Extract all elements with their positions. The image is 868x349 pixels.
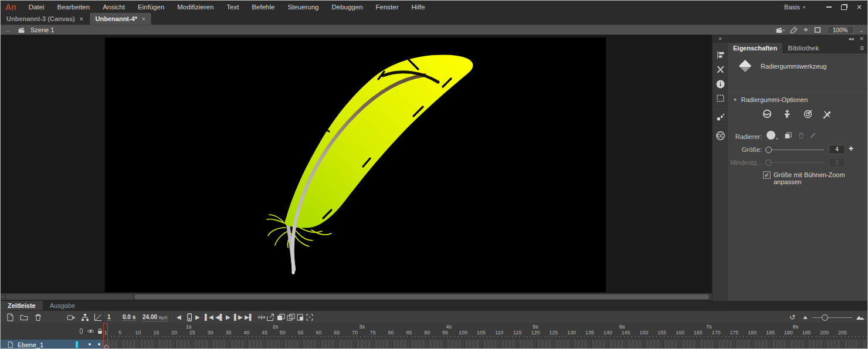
tab-close-icon[interactable]: ×	[80, 16, 83, 22]
menu-debuggen[interactable]: Debuggen	[325, 1, 369, 13]
timeline-zoom-slider-handle[interactable]	[822, 314, 828, 321]
visibility-column-icon[interactable]	[87, 327, 94, 335]
frame-cells[interactable]	[104, 340, 868, 349]
scrollbar-thumb[interactable]	[134, 294, 709, 299]
menu-befehle[interactable]: Befehle	[245, 1, 281, 13]
menu-modifizieren[interactable]: Modifizieren	[171, 1, 220, 13]
eraser-shape-swatch[interactable]	[767, 131, 775, 140]
timeline-ruler[interactable]: 1s2s3s4s5s6s7s8s 15101520253035404550556…	[1, 323, 867, 340]
menu-bearbeiten[interactable]: Bearbeiten	[51, 1, 97, 13]
tool-name: Radiergummiwerkzeug	[761, 63, 827, 70]
groesse-slider-track[interactable]	[768, 150, 824, 150]
layer-lock-dot[interactable]	[98, 343, 100, 345]
onion-skin-outline-icon[interactable]	[286, 313, 296, 322]
stage-zoom-input[interactable]: 100%	[827, 26, 854, 34]
menu-hilfe[interactable]: Hilfe	[405, 1, 432, 13]
delete-brush-icon[interactable]	[797, 131, 805, 140]
shrink-frames-icon[interactable]	[802, 313, 809, 322]
play-icon[interactable]: ▶	[226, 314, 230, 321]
brush-library-panel-icon[interactable]	[716, 112, 725, 122]
new-folder-icon[interactable]	[19, 313, 29, 322]
erase-lines-icon[interactable]	[822, 109, 832, 119]
playhead[interactable]	[103, 323, 108, 349]
menu-datei[interactable]: Datei	[22, 1, 51, 13]
back-arrow-icon[interactable]: ←	[5, 26, 12, 34]
expand-panels-button[interactable]: »	[713, 35, 728, 43]
tab-bibliothek[interactable]: Bibliothek	[782, 43, 824, 53]
eraser-mode-icon[interactable]	[762, 109, 772, 119]
section-collapse-icon[interactable]: ▾	[734, 97, 737, 103]
groesse-value-input[interactable]: 4	[829, 145, 845, 154]
align-panel-icon[interactable]	[716, 50, 725, 60]
camera-icon[interactable]	[66, 313, 76, 322]
document-tab[interactable]: Unbenannt-3 (Canvas)×	[1, 13, 90, 25]
outline-column-icon[interactable]	[77, 327, 85, 335]
panel-close-icon[interactable]: ✕	[859, 36, 864, 42]
layer-depth-icon[interactable]	[93, 313, 103, 322]
tab-eigenschaften[interactable]: Eigenschaften	[728, 43, 782, 53]
loop-range-icon[interactable]	[257, 313, 266, 322]
menu-ansicht[interactable]: Ansicht	[96, 1, 131, 13]
tab-ausgabe[interactable]: Ausgabe	[43, 301, 82, 310]
edit-symbols-icon[interactable]	[790, 26, 798, 34]
minimize-button[interactable]	[822, 2, 836, 12]
fps-value[interactable]: 24.00 BpS	[143, 314, 168, 321]
tab-zeitleiste[interactable]: Zeitleiste	[1, 301, 43, 310]
zoom-dropdown-icon[interactable]: ⌄	[859, 27, 864, 33]
close-button[interactable]: ✕	[852, 2, 866, 12]
shape-dropdown-icon[interactable]: ▾	[776, 137, 778, 141]
collapse-panels-icon[interactable]: ◂◂	[848, 36, 853, 42]
current-frame-value[interactable]: 1	[107, 314, 111, 321]
onion-skin-icon[interactable]	[276, 313, 286, 322]
horizontal-scrollbar[interactable]: ‹	[1, 293, 712, 300]
layer-name[interactable]: Ebene_1	[18, 341, 43, 348]
menu-einfügen[interactable]: Einfügen	[131, 1, 171, 13]
increase-size-button[interactable]: +	[849, 144, 853, 153]
menu-fenster[interactable]: Fenster	[369, 1, 405, 13]
new-layer-icon[interactable]	[5, 313, 15, 322]
frame-range-icon[interactable]	[305, 313, 314, 322]
delete-layer-icon[interactable]	[33, 313, 43, 322]
next-frame-icon[interactable]: ▌▶	[234, 314, 243, 321]
edit-scene-button[interactable]: ▾	[775, 26, 785, 34]
edit-multiple-frames-icon[interactable]	[296, 313, 305, 322]
tools-panel-icon[interactable]	[716, 65, 725, 74]
center-stage-icon[interactable]: ⌖	[803, 25, 808, 35]
zoom-anpassen-checkbox[interactable]: ✓	[763, 171, 771, 179]
scene-label[interactable]: Szene 1	[30, 26, 54, 33]
stage-canvas[interactable]	[105, 38, 606, 292]
scroll-left-icon[interactable]: ‹	[2, 293, 4, 300]
eraser-options-header[interactable]: ▾ Radiergummi-Optionen	[734, 96, 808, 103]
prev-frame-icon[interactable]: ◀▌	[215, 314, 224, 321]
export-frame-icon[interactable]	[266, 313, 275, 322]
center-frame-icon[interactable]	[185, 313, 194, 322]
elapsed-time-value[interactable]: 0.0 s	[123, 314, 135, 321]
reset-timeline-zoom-icon[interactable]: ↺	[789, 314, 795, 321]
enlarge-frames-icon[interactable]	[856, 313, 865, 322]
timeline-zoom-slider-track[interactable]	[812, 317, 852, 318]
layer-row-ebene1[interactable]: Ebene_1	[1, 340, 104, 349]
duplicate-brush-icon[interactable]	[784, 131, 792, 140]
transform-panel-icon[interactable]	[716, 93, 725, 103]
creative-cloud-icon[interactable]	[716, 131, 725, 141]
layer-visibility-dot[interactable]	[89, 343, 91, 345]
go-last-frame-icon[interactable]: ▶▌	[245, 314, 253, 321]
step-forward-icon[interactable]: ▶	[195, 314, 200, 321]
step-back-icon[interactable]: ◀	[177, 314, 181, 321]
info-panel-icon[interactable]	[716, 79, 725, 89]
layer-outline-color-swatch[interactable]	[76, 341, 78, 348]
groesse-slider-handle[interactable]	[765, 147, 772, 153]
edit-brush-icon[interactable]	[809, 131, 817, 140]
clip-content-icon[interactable]	[813, 26, 822, 34]
panel-menu-icon[interactable]: ≡	[860, 44, 864, 52]
layer-parenting-icon[interactable]	[80, 313, 90, 322]
faucet-icon[interactable]	[782, 109, 793, 119]
workspace-switcher[interactable]: Basis ▾	[784, 4, 805, 11]
tab-close-icon[interactable]: ×	[142, 16, 145, 22]
menu-text[interactable]: Text	[220, 1, 245, 13]
menu-steuerung[interactable]: Steuerung	[281, 1, 325, 13]
erase-strokes-icon[interactable]	[803, 109, 813, 119]
restore-button[interactable]	[837, 2, 851, 12]
go-first-frame-icon[interactable]: ▌◀	[205, 314, 213, 321]
document-tab[interactable]: Unbenannt-4*×	[90, 13, 152, 25]
